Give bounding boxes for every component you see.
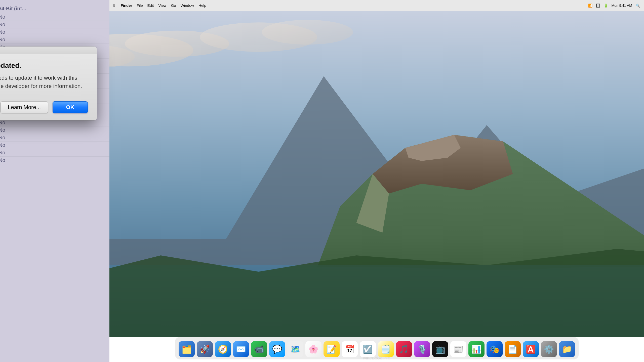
dock-music-icon[interactable]: 🎵 (396, 341, 412, 357)
learn-more-button[interactable]: Learn More... (1, 101, 48, 113)
dialog-buttons: Learn More... OK (0, 97, 97, 120)
dock-pages-icon[interactable]: 📄 (505, 341, 521, 357)
table-row: Identified Developer8/2/16, 3:17 PMNo (0, 126, 109, 134)
view-menu[interactable]: View (158, 3, 166, 8)
table-row: Identified Developer12/16/18, 10:38 PMNo (0, 13, 109, 21)
dock-appstore-icon[interactable]: 🅰️ (523, 341, 539, 357)
alert-dialog: ! “App” needs to be updated. The develop… (0, 47, 97, 120)
dock-finder-icon[interactable]: 🗂️ (179, 341, 195, 357)
dock-notes-icon[interactable]: 📝 (324, 341, 340, 357)
dock-mail-icon[interactable]: ✉️ (233, 341, 249, 357)
go-menu[interactable]: Go (171, 3, 176, 8)
table-row: Identified Developer8/2/16, 3:17 PMNo (0, 149, 109, 157)
dock-calendar-icon[interactable]: 📅 (342, 341, 358, 357)
dialog-message: The developer of this app needs to updat… (0, 74, 88, 90)
wifi-icon: 📶 (588, 4, 592, 8)
dock-launchpad-icon[interactable]: 🚀 (197, 341, 213, 357)
dock-podcasts-icon[interactable]: 🎙️ (414, 341, 430, 357)
dock-reminders-icon[interactable]: ☑️ (360, 341, 376, 357)
clock: Mon 9:41 AM (612, 4, 632, 8)
table-row: Identified Developer8/2/16, 3:17 PMNo (0, 142, 109, 149)
menubar:  Finder File Edit View Go Window Help 📶… (109, 0, 644, 11)
dock-facetime-icon[interactable]: 📹 (251, 341, 267, 357)
dialog-content: “App” needs to be updated. The developer… (0, 61, 88, 90)
desktop-wallpaper (109, 11, 644, 337)
table-row: Identified Developer12/16/18, 10:38 PMNo (0, 21, 109, 28)
edit-menu[interactable]: Edit (147, 3, 154, 8)
col-header-3: 64-Bit (int... (0, 6, 26, 12)
dock: 🗂️ 🚀 🧭 ✉️ 📹 💬 🗺️ 🌸 📝 📅 ☑️ 🗒️ 🎵 🎙️ 📺 📰 📊 … (175, 337, 579, 359)
dock-sysprefs-icon[interactable]: ⚙️ (541, 341, 557, 357)
svg-point-5 (262, 20, 353, 44)
table-row: Unknown7/11/16, 5:45 PMNo (0, 157, 109, 164)
control-center-icon: 🔲 (596, 4, 600, 8)
dock-news-icon[interactable]: 📰 (450, 341, 466, 357)
table-row: Identified Developer7/22/18, 10:53 AMNo (0, 28, 109, 36)
dock-safari-icon[interactable]: 🧭 (215, 341, 231, 357)
table-row: Unknown7/11/16, 5:45 PMNo (0, 134, 109, 142)
dock-files-icon[interactable]: 📁 (559, 341, 575, 357)
help-menu[interactable]: Help (198, 3, 206, 8)
file-menu[interactable]: File (137, 3, 143, 8)
dock-tv-icon[interactable]: 📺 (432, 341, 448, 357)
apple-menu[interactable]:  (113, 3, 115, 8)
dialog-title-bar (0, 47, 97, 54)
macbook-display:  Finder File Edit View Go Window Help 📶… (109, 0, 644, 362)
ok-button[interactable]: OK (53, 101, 88, 113)
table-row: Identified Developer2/6/18, 11:13 AMNo (0, 36, 109, 43)
dock-messages-icon[interactable]: 💬 (269, 341, 285, 357)
dock-keynote-icon[interactable]: 🎭 (487, 341, 503, 357)
dock-stickies-icon[interactable]: 🗒️ (378, 341, 394, 357)
battery-icon: 🔋 (604, 4, 608, 8)
dock-maps-icon[interactable]: 🗺️ (287, 341, 303, 357)
dock-numbers-icon[interactable]: 📊 (468, 341, 485, 357)
window-menu[interactable]: Window (181, 3, 194, 8)
dock-photos-icon[interactable]: 🌸 (305, 341, 321, 357)
wallpaper-svg (109, 11, 644, 337)
search-icon[interactable]: 🔍 (636, 4, 640, 8)
app-name-menu[interactable]: Finder (121, 3, 132, 8)
dialog-title: “App” needs to be updated. (0, 61, 88, 70)
